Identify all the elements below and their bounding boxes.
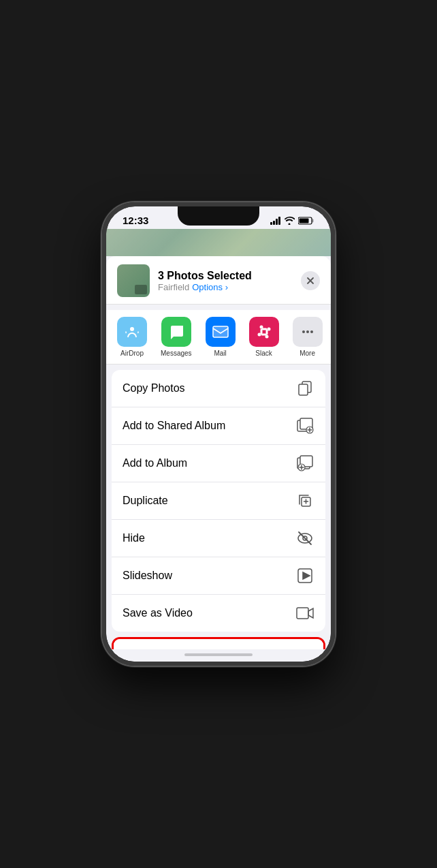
screen: 12:33 (106, 206, 331, 662)
app-messages[interactable]: Messages (161, 317, 192, 357)
app-mail[interactable]: Mail (206, 317, 236, 357)
svg-point-14 (302, 330, 305, 333)
photo-background (106, 229, 331, 256)
action-add-album[interactable]: Add to Album (112, 445, 325, 482)
add-album-icon (295, 454, 314, 473)
action-list: Copy Photos Add to Shared Album (106, 370, 331, 649)
app-more[interactable]: More (293, 317, 323, 357)
airdrop-label: AirDrop (120, 350, 144, 357)
svg-point-3 (130, 327, 134, 331)
add-shared-album-label: Add to Shared Album (123, 420, 225, 432)
header-subtitle: Fairfield Options › (158, 282, 293, 292)
action-duplicate[interactable]: Duplicate (112, 482, 325, 520)
home-indicator-bar (184, 653, 253, 656)
close-button[interactable] (301, 271, 320, 290)
more-label: More (300, 350, 315, 357)
duplicate-icon (295, 491, 314, 510)
share-header: 3 Photos Selected Fairfield Options › (106, 256, 331, 305)
hide-label: Hide (123, 532, 145, 544)
svg-rect-1 (312, 219, 314, 222)
share-sheet: 3 Photos Selected Fairfield Options › (106, 256, 331, 649)
svg-point-16 (310, 330, 313, 333)
svg-point-10 (257, 333, 261, 337)
svg-rect-18 (299, 384, 308, 395)
hide-icon (295, 529, 314, 548)
status-bar: 12:33 (106, 206, 331, 229)
action-group-1: Copy Photos Add to Shared Album (112, 370, 325, 632)
messages-label: Messages (161, 350, 192, 357)
notch (178, 206, 259, 226)
copy-photos-label: Copy Photos (123, 382, 185, 394)
header-text: 3 Photos Selected Fairfield Options › (158, 270, 293, 292)
slideshow-label: Slideshow (123, 570, 172, 582)
app-airdrop[interactable]: AirDrop (117, 317, 147, 357)
messages-icon-bg (161, 317, 191, 347)
wifi-icon (284, 217, 295, 225)
svg-rect-4 (213, 326, 228, 337)
mail-icon-bg (206, 317, 236, 347)
save-video-label: Save as Video (123, 607, 193, 619)
action-add-shared-album[interactable]: Add to Shared Album (112, 407, 325, 445)
app-slack[interactable]: Slack (249, 317, 279, 357)
airdrop-icon (117, 317, 147, 347)
header-location: Fairfield (158, 282, 189, 292)
add-album-label: Add to Album (123, 457, 187, 469)
battery-icon (298, 217, 314, 225)
header-title: 3 Photos Selected (158, 270, 293, 282)
status-icons (270, 217, 314, 225)
slideshow-icon (295, 566, 314, 585)
action-adjust-datetime[interactable]: Adjust Date & Time (114, 639, 323, 649)
action-slideshow[interactable]: Slideshow (112, 557, 325, 595)
slack-icon-bg (249, 317, 279, 347)
options-link[interactable]: Options › (192, 282, 228, 292)
photo-thumbnail (117, 264, 150, 297)
home-indicator (106, 649, 331, 662)
svg-rect-13 (261, 328, 267, 330)
mail-label: Mail (214, 350, 226, 357)
copy-photos-icon (295, 379, 314, 398)
svg-point-15 (306, 330, 309, 333)
save-video-icon (295, 604, 314, 623)
add-shared-album-icon (295, 416, 314, 435)
highlighted-group: Adjust Date & Time (112, 637, 325, 649)
adjust-datetime-icon (293, 648, 312, 649)
svg-rect-31 (297, 608, 308, 619)
action-save-video[interactable]: Save as Video (112, 595, 325, 632)
status-time: 12:33 (123, 215, 148, 226)
phone-frame: 12:33 (102, 202, 335, 666)
svg-point-12 (267, 328, 270, 331)
signal-bars-icon (270, 217, 280, 225)
duplicate-label: Duplicate (123, 495, 168, 507)
svg-rect-2 (300, 218, 309, 223)
slack-label: Slack (255, 350, 272, 357)
action-hide[interactable]: Hide (112, 520, 325, 557)
close-icon (306, 277, 314, 285)
svg-marker-32 (308, 608, 313, 618)
app-share-row: AirDrop Messages (106, 310, 331, 365)
action-copy-photos[interactable]: Copy Photos (112, 370, 325, 407)
svg-rect-11 (261, 334, 266, 336)
more-icon-bg (293, 317, 323, 347)
svg-marker-30 (303, 572, 310, 579)
